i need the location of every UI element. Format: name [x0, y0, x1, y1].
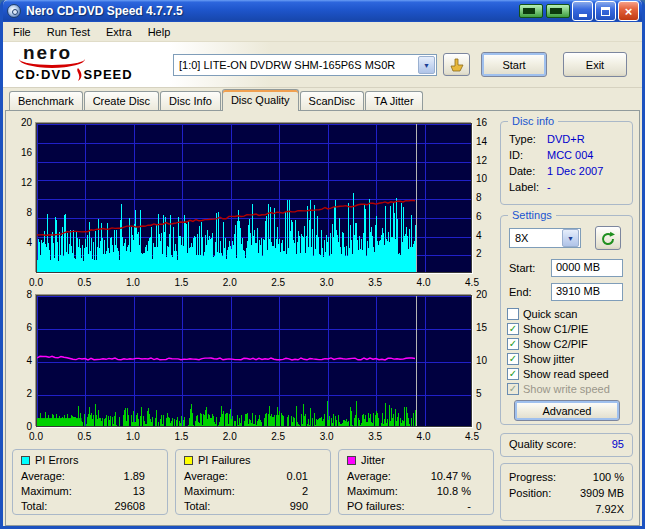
checkbox-show-jitter[interactable]: ✓Show jitter [507, 351, 629, 366]
maximize-button[interactable] [595, 1, 616, 21]
checkbox-list: Quick scan✓Show C1/PIE✓Show C2/PIF✓Show … [507, 306, 629, 396]
end-input[interactable]: 3910 MB [551, 283, 623, 301]
tick-label: 2 [476, 248, 494, 259]
chevron-down-icon[interactable]: ▼ [562, 229, 579, 247]
panel-title-text: Jitter [361, 453, 385, 468]
stat-label: Average: [347, 469, 391, 484]
quality-score-value: 95 [612, 438, 624, 450]
checkbox-box[interactable]: ✓ [507, 323, 519, 335]
tick-label: 6 [12, 322, 32, 333]
quality-score-label: Quality score: [509, 438, 576, 450]
titlebar[interactable]: Nero CD-DVD Speed 4.7.7.5 × [3, 0, 642, 22]
checkbox-label: Show write speed [523, 383, 610, 395]
progress-value: 3909 MB [580, 485, 624, 501]
advanced-button[interactable]: Advanced [514, 400, 620, 421]
speed-select[interactable]: 8X ▼ [509, 228, 581, 248]
stat-row: Maximum:13 [21, 484, 159, 499]
tick-label: 0.0 [24, 277, 48, 288]
drive-activity-indicator-2 [546, 4, 570, 18]
checkbox-label: Show C2/PIF [523, 338, 588, 350]
nero-subtitle: CD·DVD SPEED [7, 67, 167, 82]
eject-button[interactable] [443, 53, 470, 76]
tab-benchmark[interactable]: Benchmark [9, 91, 83, 110]
tab-ta-jitter[interactable]: TA Jitter [365, 91, 423, 110]
tick-label: 16 [12, 147, 32, 158]
checkbox-show-c2-pif[interactable]: ✓Show C2/PIF [507, 336, 629, 351]
tick-label: 15 [476, 322, 494, 333]
tick-label: 8 [12, 289, 32, 300]
checkbox-quick-scan[interactable]: Quick scan [507, 306, 629, 321]
stat-label: PO failures: [347, 499, 404, 514]
jitter-panel: Jitter Average:10.47 % Maximum:10.8 % PO… [338, 449, 494, 515]
progress-label: Progress: [509, 469, 556, 485]
progress-label: Position: [509, 485, 551, 501]
tab-disc-info[interactable]: Disc Info [160, 91, 221, 110]
start-button[interactable]: Start [481, 52, 547, 77]
tab-create-disc[interactable]: Create Disc [84, 91, 159, 110]
refresh-button[interactable] [595, 226, 621, 250]
disc-info-label: Type: [509, 131, 547, 147]
jitter-color-swatch [347, 456, 356, 465]
tick-label: 20 [476, 289, 494, 300]
logo-cddvd-text: CD·DVD [15, 67, 72, 82]
tick-label: 4.0 [412, 431, 436, 442]
stat-label: Maximum: [347, 484, 398, 499]
stat-row: Average:0.01 [184, 469, 322, 484]
checkbox-box: ✓ [507, 383, 519, 395]
tick-label: 12 [12, 177, 32, 188]
checkbox-box[interactable]: ✓ [507, 338, 519, 350]
menubar: File Run Test Extra Help [3, 22, 642, 42]
settings-group: Settings 8X ▼ Start: 0000 MB End: 3910 M… [500, 215, 633, 425]
chevron-down-icon[interactable]: ▼ [418, 56, 435, 74]
stat-row: Average:1.89 [21, 469, 159, 484]
tick-label: 8 [12, 207, 32, 218]
drive-select[interactable]: [1:0] LITE-ON DVDRW SHM-165P6S MS0R ▼ [173, 54, 437, 76]
menu-help[interactable]: Help [140, 24, 179, 40]
settings-group-title: Settings [508, 209, 556, 221]
checkbox-show-write-speed: ✓Show write speed [507, 381, 629, 396]
tick-label: 2.5 [266, 431, 290, 442]
pi-failures-color-swatch [184, 456, 193, 465]
pi-failures-jitter-chart: 02468051015200.00.51.01.52.02.53.03.54.0… [12, 289, 494, 445]
drive-select-value: [1:0] LITE-ON DVDRW SHM-165P6S MS0R [174, 59, 418, 71]
progress-row: 7.92X [501, 501, 632, 517]
checkbox-label: Show jitter [523, 353, 574, 365]
tick-label: 4 [476, 230, 494, 241]
checkbox-box[interactable]: ✓ [507, 368, 519, 380]
stat-value: 13 [133, 484, 145, 499]
stat-label: Total: [21, 499, 47, 514]
refresh-icon [600, 231, 616, 247]
checkbox-box[interactable] [507, 308, 519, 320]
menu-extra[interactable]: Extra [98, 24, 140, 40]
progress-group: Progress:100 % Position:3909 MB 7.92X [500, 463, 633, 521]
tick-label: 4 [12, 237, 32, 248]
start-input[interactable]: 0000 MB [551, 259, 623, 277]
checkbox-box[interactable]: ✓ [507, 353, 519, 365]
stat-row: Maximum:10.8 % [347, 484, 485, 499]
drive-activity-indicator [519, 4, 543, 18]
checkbox-show-read-speed[interactable]: ✓Show read speed [507, 366, 629, 381]
tab-scandisc[interactable]: ScanDisc [300, 91, 364, 110]
stat-row: PO failures:- [347, 499, 485, 514]
progress-value: 7.92X [595, 501, 624, 517]
pi-errors-color-swatch [21, 456, 30, 465]
menu-run-test[interactable]: Run Test [39, 24, 98, 40]
tab-disc-quality[interactable]: Disc Quality [222, 89, 299, 111]
stat-value: 29608 [114, 499, 145, 514]
stat-row: Maximum:2 [184, 484, 322, 499]
speed-select-value: 8X [510, 232, 562, 244]
stat-value: 0.01 [287, 469, 308, 484]
tick-label: 2.0 [218, 431, 242, 442]
minimize-button[interactable] [572, 1, 593, 21]
menu-file[interactable]: File [5, 24, 39, 40]
progress-row: Progress:100 % [501, 469, 632, 485]
disc-info-value: - [547, 179, 551, 195]
disc-info-label: ID: [509, 147, 547, 163]
close-button[interactable]: × [618, 1, 639, 21]
exit-button[interactable]: Exit [563, 52, 627, 77]
panel-title: Jitter [347, 453, 485, 468]
checkbox-show-c1-pie[interactable]: ✓Show C1/PIE [507, 321, 629, 336]
tick-label: 10 [476, 173, 494, 184]
tick-label: 1.5 [169, 431, 193, 442]
tick-label: 8 [476, 192, 494, 203]
